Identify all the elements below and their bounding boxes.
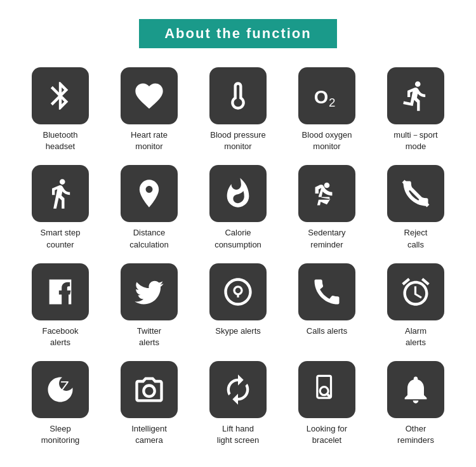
heart-rate-icon bbox=[121, 67, 178, 124]
alarm-alerts-label: Alarm alerts bbox=[405, 326, 426, 348]
twitter-alerts: Twitter alerts bbox=[111, 263, 187, 348]
intelligent-camera: Intelligent camera bbox=[111, 361, 187, 446]
twitter-icon bbox=[121, 263, 178, 320]
heart-rate-monitor: Heart rate monitor bbox=[111, 67, 187, 152]
location-icon bbox=[121, 165, 178, 222]
calorie-consumption-label: Calorie consumption bbox=[215, 227, 261, 250]
step-icon bbox=[32, 165, 89, 222]
reject-calls-label: Reject calls bbox=[404, 227, 428, 250]
alarm-icon bbox=[387, 263, 444, 320]
facebook-alerts: Facebook alerts bbox=[22, 263, 98, 348]
facebook-icon bbox=[32, 263, 89, 320]
skype-alerts-label: Skype alerts bbox=[215, 326, 261, 337]
heart-rate-monitor-label: Heart rate monitor bbox=[131, 129, 168, 152]
run-icon bbox=[387, 67, 444, 124]
calorie-consumption: Calorie consumption bbox=[200, 165, 276, 250]
bluetooth-headset-label: Bluetooth headset bbox=[43, 129, 78, 152]
intelligent-camera-label: Intelligent camera bbox=[131, 423, 167, 446]
sedentary-reminder-label: Sedentary reminder bbox=[308, 227, 345, 250]
search-phone-icon bbox=[298, 361, 355, 418]
smart-step-counter: Smart step counter bbox=[22, 165, 98, 250]
blood-pressure-monitor-label: Blood pressure monitor bbox=[210, 129, 265, 152]
svg-text:2: 2 bbox=[329, 96, 335, 109]
other-reminders: Other reminders bbox=[378, 361, 454, 446]
blood-pressure-monitor: Blood pressure monitor bbox=[200, 67, 276, 152]
calls-alerts: Calls alerts bbox=[289, 263, 365, 348]
looking-for-bracelet: Looking for bracelet bbox=[289, 361, 365, 446]
title-box: About the function bbox=[139, 19, 337, 48]
blood-oxygen-monitor-label: Blood oxygen monitor bbox=[302, 129, 352, 152]
sedentary-reminder: Sedentary reminder bbox=[289, 165, 365, 250]
bluetooth-headset: Bluetooth headset bbox=[22, 67, 98, 152]
thermometer-icon bbox=[209, 67, 267, 124]
o2-icon: O2 bbox=[298, 67, 355, 124]
twitter-alerts-label: Twitter alerts bbox=[137, 326, 161, 348]
sleep-monitoring: ZZSleep monitoring bbox=[22, 361, 98, 446]
distance-calculation-label: Distance calculation bbox=[129, 227, 168, 250]
alarm-alerts: Alarm alerts bbox=[378, 263, 454, 348]
phone-icon bbox=[298, 263, 355, 320]
skype-icon bbox=[209, 263, 267, 320]
reject-calls: Reject calls bbox=[378, 165, 454, 250]
page-title: About the function bbox=[164, 25, 312, 41]
sleep-monitoring-label: Sleep monitoring bbox=[41, 423, 80, 446]
camera-icon bbox=[121, 361, 178, 418]
rotate-icon bbox=[209, 361, 267, 418]
lift-hand-light-screen-label: Lift hand light screen bbox=[217, 423, 259, 446]
svg-point-5 bbox=[320, 387, 328, 395]
lift-hand-light-screen: Lift hand light screen bbox=[200, 361, 276, 446]
distance-calculation: Distance calculation bbox=[111, 165, 187, 250]
sit-icon bbox=[298, 165, 355, 222]
multi-sport-mode-label: multi－sport mode bbox=[393, 129, 437, 152]
calls-alerts-label: Calls alerts bbox=[307, 326, 347, 337]
other-reminders-label: Other reminders bbox=[397, 423, 434, 446]
sleep-icon: ZZ bbox=[32, 361, 89, 418]
svg-text:O: O bbox=[314, 87, 328, 107]
multi-sport-mode: multi－sport mode bbox=[378, 67, 454, 152]
facebook-alerts-label: Facebook alerts bbox=[42, 326, 78, 348]
looking-for-bracelet-label: Looking for bracelet bbox=[307, 423, 347, 446]
flame-icon bbox=[209, 165, 267, 222]
bluetooth-icon bbox=[32, 67, 89, 124]
smart-step-counter-label: Smart step counter bbox=[41, 227, 81, 250]
bell-icon bbox=[387, 361, 444, 418]
skype-alerts: Skype alerts bbox=[200, 263, 276, 348]
blood-oxygen-monitor: O2Blood oxygen monitor bbox=[289, 67, 365, 152]
reject-icon bbox=[387, 165, 444, 222]
feature-grid: Bluetooth headsetHeart rate monitorBlood… bbox=[22, 67, 454, 447]
